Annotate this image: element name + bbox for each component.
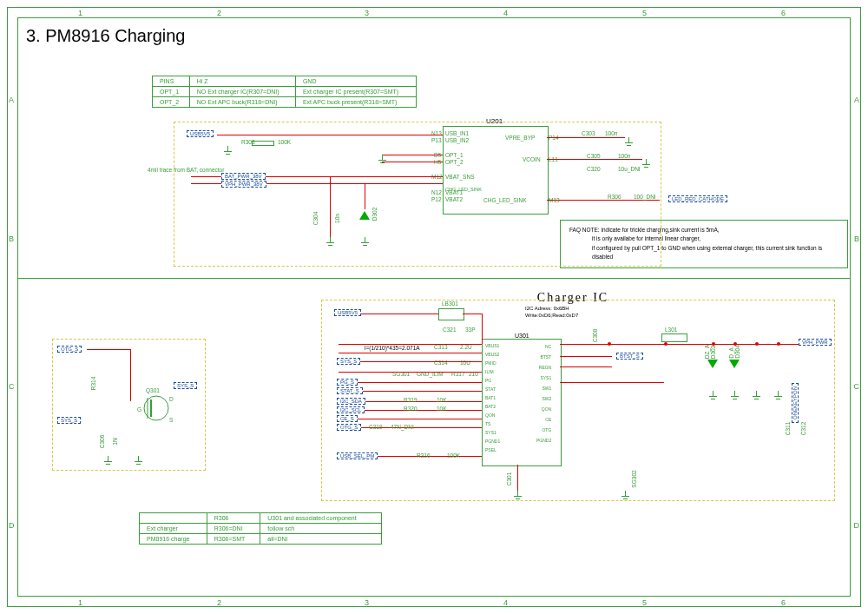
l301: [661, 333, 687, 342]
wire-btst: [560, 356, 612, 357]
c308-ref: C308: [592, 329, 598, 343]
net-psel: USB_SEL_PM: [337, 452, 378, 459]
row-b-r: B: [854, 234, 859, 243]
node1: [608, 342, 611, 346]
node2: [664, 342, 667, 346]
wire-otg-down: [130, 349, 131, 401]
node5: [755, 342, 759, 346]
r303-val: 100K: [278, 139, 291, 145]
r316-ref: R316: [417, 452, 431, 459]
u201-pin-n12: N12: [431, 189, 442, 195]
net-otg-left: OTG_S: [57, 346, 82, 353]
u201-inner-txt: CHG_LED_SINK: [445, 187, 482, 192]
lb301-ref: LB301: [442, 300, 458, 307]
r314-ref: R314: [90, 377, 96, 391]
r320-ref: R320: [404, 406, 418, 412]
wire-vcoin: [547, 159, 642, 160]
u201-ref: U201: [486, 117, 503, 125]
c304-ref: C304: [312, 212, 319, 226]
d302-icon: [359, 211, 370, 220]
faq-note: FAQ NOTE: indicate for trickle charging,…: [560, 220, 848, 268]
net-btst: BTST_S: [616, 353, 643, 360]
wire-opt2: [382, 162, 443, 162]
u201-pin-p13: P13: [431, 137, 442, 143]
opt-config-table: PINSHi ZGND OPT_1NO Ext charger IC(R307=…: [152, 76, 417, 108]
net-scl: I2C_SCL: [337, 406, 365, 413]
u201-vcoin: VCOIN: [523, 156, 541, 162]
row-b-l: B: [9, 234, 14, 243]
net-sys-q301: SYS_S: [174, 382, 197, 389]
wire-ilim: [339, 372, 482, 373]
c319-ref: C319: [369, 424, 383, 430]
u301-ref: U301: [515, 333, 529, 339]
wire-regn: [560, 366, 612, 367]
net-vphpwr: VPH_PWR_38V: [221, 181, 266, 188]
c305-ref: C305: [587, 153, 601, 159]
dni-table: R306U301 and associated component Ext ch…: [139, 512, 382, 545]
col-1-bot: 1: [78, 598, 82, 607]
r303-ref: R303: [241, 139, 255, 145]
faq-l3: if configured by pull OPT_1 to GND when …: [569, 244, 838, 262]
i2c-addr: I2C Adress: 0x6BH: [525, 306, 569, 311]
d304-icon: [729, 360, 740, 368]
net-usb5v-b: USB5V5: [334, 309, 361, 316]
sg302-ref: SG302: [631, 470, 637, 487]
c301-ref: C301: [506, 472, 512, 486]
wire-vbus2: [339, 353, 482, 353]
net-sda: I2C_SDA: [337, 398, 365, 405]
wire-lb301-out: [463, 314, 482, 314]
q301-icon: [139, 391, 174, 426]
wire-vbus1: [339, 344, 482, 345]
u201-usbin2: USB_IN2: [445, 137, 469, 143]
c320-ref: C320: [587, 166, 601, 172]
ilim-calc: i=(1/210)*435=2.071A: [365, 345, 420, 351]
u201-usbin1: USB_IN1: [445, 130, 469, 136]
net-onekey: ONEKEYPON: [792, 383, 799, 423]
wire-sw: [560, 382, 664, 383]
net-batpwr: BAT_PWR_38V: [221, 173, 266, 180]
col-4-top: 4: [503, 9, 508, 17]
net-otg: OTG_S: [337, 424, 361, 431]
row-d-l: D: [9, 521, 15, 530]
c303-val: 100n: [605, 130, 617, 136]
q301-d: D: [169, 396, 174, 402]
charger-ic-title: Charger IC: [503, 291, 642, 305]
d304-ref: D_A D304: [728, 345, 740, 359]
net-usb5v: USB5V5: [187, 130, 214, 137]
node6: [777, 342, 780, 346]
u201-vbatsns: VBAT_SNS: [445, 174, 474, 180]
col-5-bot: 5: [642, 598, 647, 607]
q301-g: G: [137, 406, 141, 413]
c311-ref: C311: [785, 422, 791, 436]
c313-val: 2.2U: [460, 344, 472, 350]
wire-sys-out: [560, 344, 820, 345]
row-d-r: D: [854, 521, 860, 530]
c303-ref: C303: [582, 130, 595, 136]
col-1-top: 1: [78, 9, 82, 17]
q301-ref: Q301: [146, 387, 160, 393]
col-2-top: 2: [217, 9, 221, 17]
c305-val: 100n: [618, 153, 630, 159]
c306-ref: C306: [99, 435, 105, 449]
wire-c301: [517, 465, 518, 491]
r306-val: 100_DNI: [634, 194, 656, 200]
col-3-bot: 3: [365, 598, 369, 607]
row-a-r: A: [854, 96, 859, 104]
wire-otg-l: [87, 349, 130, 350]
wire-d302-top: [365, 183, 365, 209]
u201-chgled: CHG_LED_SINK: [483, 197, 527, 203]
c319-val: 47N_DNI: [391, 424, 414, 430]
c312-ref: C312: [800, 422, 806, 436]
d303-ref: DZ_A D303: [704, 345, 716, 360]
wire-c304: [330, 176, 331, 237]
wire-usbin: [217, 135, 443, 135]
d302-ref: D302: [372, 208, 378, 221]
net-led-cathode: LED_RED_CATHODE: [668, 195, 727, 202]
u201-pin-p12: P12: [431, 196, 442, 202]
u201-vprebyp: VPRE_BYP: [505, 135, 535, 141]
r316-val: 100K: [447, 452, 460, 459]
faq-l2: it is only availabe for internal linear …: [569, 234, 838, 243]
r320-val: 10K: [437, 406, 447, 412]
col-6-bot: 6: [781, 598, 786, 607]
l301-ref: L301: [665, 327, 677, 333]
